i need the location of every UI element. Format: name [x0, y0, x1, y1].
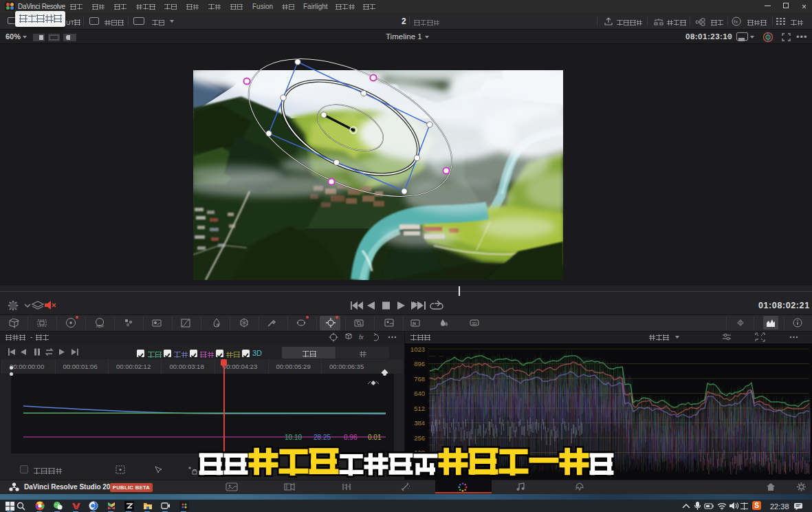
svg-text:768: 768: [414, 375, 425, 383]
svg-text:HDR: HDR: [96, 324, 104, 328]
svg-text:896: 896: [414, 360, 425, 367]
svg-text:fx: fx: [359, 334, 364, 341]
svg-text:640: 640: [414, 390, 425, 397]
svg-text:fx: fx: [734, 19, 738, 25]
svg-text:1023: 1023: [410, 345, 425, 353]
svg-text:384: 384: [414, 419, 425, 427]
svg-text:512: 512: [414, 405, 425, 412]
svg-text:3D: 3D: [472, 321, 477, 326]
